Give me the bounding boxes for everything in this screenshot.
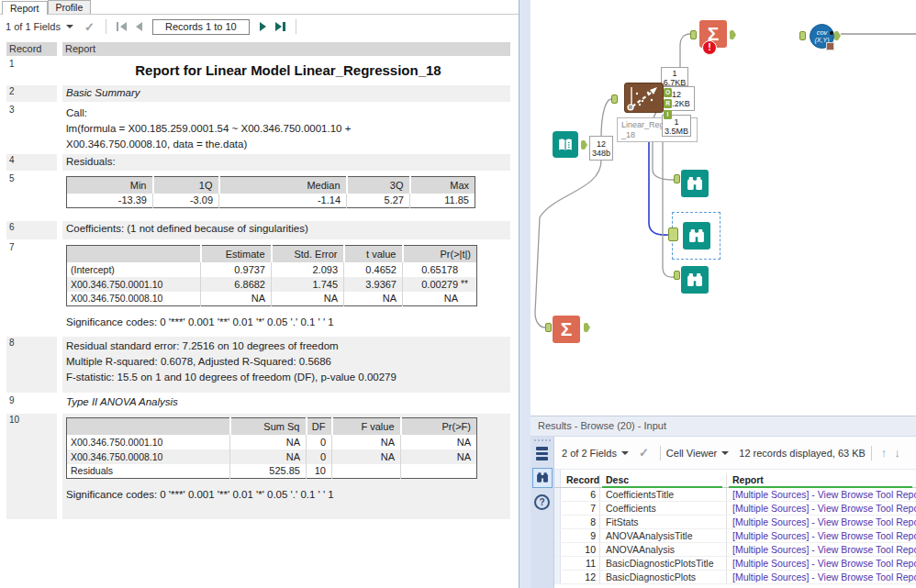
error-badge-icon[interactable]: !: [702, 40, 717, 55]
last-record-button[interactable]: [275, 22, 285, 31]
anova-table: Sum Sq DF F value Pr(>F) X00.346.750.000…: [66, 417, 477, 479]
wire-input-to-regression[interactable]: [601, 99, 611, 138]
record-row-10: 10 Sum Sq DF F value Pr(>F) X00.346.750.…: [0, 414, 519, 519]
regression-output-anchor-i[interactable]: I: [664, 110, 672, 119]
table-row[interactable]: 8 FitStats [Multiple Sources] - View Bro…: [554, 516, 916, 529]
table-row[interactable]: 7 Coefficients [Multiple Sources] - View…: [554, 502, 916, 516]
row-gutter[interactable]: [554, 557, 561, 570]
browse-tool-3[interactable]: [681, 266, 709, 294]
report-link[interactable]: [Multiple Sources] - View Browse Tool Re…: [727, 557, 916, 570]
previous-record-button[interactable]: [136, 22, 142, 31]
cov-input-anchor[interactable]: [799, 31, 806, 40]
apply-check-icon[interactable]: ✓: [84, 20, 95, 34]
report-column-header[interactable]: Report: [727, 474, 916, 487]
table-row[interactable]: 12 BasicDiagnosticPlots [Multiple Source…: [554, 571, 916, 584]
report-link[interactable]: [Multiple Sources] - View Browse Tool Re…: [727, 502, 916, 515]
report-link[interactable]: [Multiple Sources] - View Browse Tool Re…: [727, 516, 916, 528]
table-row[interactable]: 10 ANOVAAnalysis [Multiple Sources] - Vi…: [554, 543, 916, 557]
record-number: 1: [6, 58, 57, 83]
row-gutter[interactable]: [554, 488, 561, 501]
anova-row: X00.346.750.0008.10 NA 0 NA NA: [67, 449, 477, 464]
help-icon[interactable]: ?: [534, 494, 550, 510]
desc-cell: CoefficientsTitle: [600, 488, 727, 501]
chevron-down-icon[interactable]: [66, 25, 73, 28]
workflow-wires: [531, 0, 916, 416]
scatter-regression-icon: R: [625, 83, 663, 112]
row-gutter[interactable]: [554, 529, 561, 542]
coefficients-heading: Coefficients: (1 not defined because of …: [62, 221, 510, 239]
record-count-badge-input[interactable]: 12348b: [589, 136, 613, 161]
report-title-cell: Report for Linear Model Linear_Regressio…: [62, 58, 510, 83]
results-toolbar: 2 of 2 Fields ✓ Cell Viewer 12 records d…: [554, 437, 916, 470]
row-gutter[interactable]: [554, 571, 561, 583]
record-row-1: 1 Report for Linear Model Linear_Regress…: [0, 58, 519, 83]
table-view-icon[interactable]: [536, 447, 548, 460]
coefficients-table: Estimate Std. Error t value Pr(>|t|) (In…: [66, 245, 477, 306]
fields-selector[interactable]: 2 of 2 Fields: [562, 448, 617, 459]
residuals-heading: Residuals:: [62, 154, 510, 171]
report-grid-header: Record Report: [0, 42, 519, 56]
r-macro-badge-icon: [826, 42, 834, 50]
binoculars-icon: [685, 271, 705, 289]
cell-viewer-selector[interactable]: Cell Viewer: [666, 448, 717, 459]
move-down-icon[interactable]: ↓: [894, 446, 900, 460]
workflow-canvas[interactable]: Linear_Reg _18 16.7KB 1271.2KB 13.5MB 12…: [531, 0, 916, 416]
browse-tool-1[interactable]: [681, 170, 709, 197]
summarize-tool-bottom[interactable]: Σ: [553, 316, 580, 343]
first-record-button[interactable]: [117, 22, 127, 31]
records-range-box[interactable]: Records 1 to 10: [152, 19, 250, 35]
regression-input-anchor[interactable]: [611, 94, 618, 104]
open-book-icon: [556, 136, 575, 154]
report-link[interactable]: [Multiple Sources] - View Browse Tool Re…: [727, 488, 916, 501]
tab-profile[interactable]: Profile: [48, 0, 92, 14]
row-gutter[interactable]: [554, 502, 561, 515]
record-number: 6: [6, 221, 57, 239]
regression-output-anchor-r[interactable]: R: [664, 99, 672, 108]
browse-report-panel: Report Profile 1 of 1 Fields ✓ Records 1…: [0, 0, 519, 588]
data-quality-bar: [729, 486, 912, 488]
record-column-header[interactable]: Record: [561, 474, 600, 487]
summarize-top-input-anchor[interactable]: [690, 30, 697, 39]
report-link[interactable]: [Multiple Sources] - View Browse Tool Re…: [727, 571, 916, 583]
next-record-button[interactable]: [260, 22, 266, 31]
tab-report[interactable]: Report: [2, 1, 48, 15]
fields-selector[interactable]: 1 of 1 Fields: [6, 21, 61, 32]
separator: [106, 19, 106, 34]
chevron-down-icon[interactable]: [621, 451, 629, 455]
report-link[interactable]: [Multiple Sources] - View Browse Tool Re…: [727, 529, 916, 542]
table-row[interactable]: 9 ANOVAAnalysisTitle [Multiple Sources] …: [554, 529, 916, 543]
chevron-down-icon[interactable]: [721, 451, 729, 455]
wire-to-summarize-bottom[interactable]: [535, 161, 601, 327]
browse-2-input-anchor[interactable]: [668, 227, 678, 241]
drag-handle-icon[interactable]: [534, 439, 551, 441]
report-column-header: Report: [62, 42, 510, 56]
coefficients-row: (Intercept) 0.9737 2.093 0.4652 0.65178: [67, 262, 477, 277]
record-row-9: 9 Type II ANOVA Analysis: [0, 394, 519, 412]
desc-cell: ANOVAAnalysis: [600, 543, 727, 556]
record-count-badge-o[interactable]: 16.7KB: [661, 67, 688, 86]
report-link[interactable]: [Multiple Sources] - View Browse Tool Re…: [727, 543, 916, 556]
results-grid-area: 2 of 2 Fields ✓ Cell Viewer 12 records d…: [554, 437, 916, 588]
browse-3-input-anchor[interactable]: [674, 271, 680, 280]
summarize-bottom-input-anchor[interactable]: [545, 323, 552, 332]
panel-splitter[interactable]: [519, 0, 531, 588]
table-row[interactable]: 11 BasicDiagnosticPlotsTitle [Multiple S…: [554, 557, 916, 571]
regression-output-anchor-o[interactable]: O: [664, 88, 672, 97]
report-tabbar: Report Profile: [0, 0, 519, 15]
record-number: 2: [6, 85, 57, 102]
table-row[interactable]: 6 CoefficientsTitle [Multiple Sources] -…: [554, 488, 916, 502]
record-number: 11: [561, 557, 600, 570]
browse-view-selected[interactable]: [532, 468, 553, 488]
record-number: 3: [6, 104, 57, 152]
desc-column-header[interactable]: Desc: [600, 474, 727, 487]
browse-tool-2-selected[interactable]: [683, 222, 710, 250]
apply-check-icon[interactable]: ✓: [639, 446, 649, 460]
linear-regression-tool[interactable]: R: [624, 83, 664, 113]
binoculars-icon: [535, 471, 550, 484]
input-data-tool[interactable]: [553, 131, 578, 158]
record-number: 9: [561, 529, 600, 542]
browse-1-input-anchor[interactable]: [674, 174, 680, 183]
move-up-icon[interactable]: ↑: [881, 446, 888, 460]
row-gutter[interactable]: [554, 516, 561, 528]
row-gutter[interactable]: [554, 543, 561, 556]
